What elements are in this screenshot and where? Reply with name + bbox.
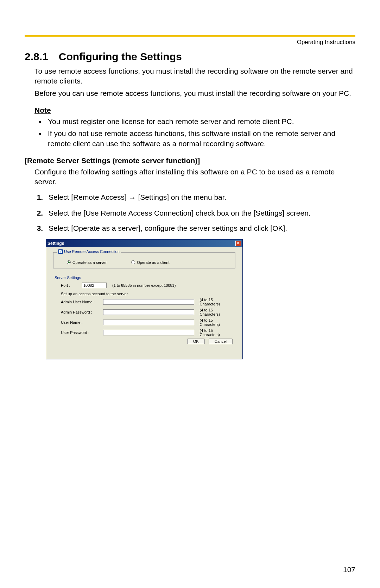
char-hint: (4 to 15 Characters)	[200, 298, 234, 306]
char-hint: (4 to 15 Characters)	[200, 308, 234, 316]
char-hint: (4 to 15 Characters)	[200, 318, 234, 327]
operate-as-client-radio[interactable]: Operate as a client	[131, 260, 169, 265]
remote-intro: Configure the following settings after i…	[34, 167, 355, 187]
admin-pass-label: Admin Password :	[61, 310, 100, 314]
server-settings-group: Server Settings Port : (1 to 65535 in nu…	[53, 274, 235, 349]
page-number: 107	[343, 565, 355, 574]
admin-user-input[interactable]	[103, 299, 194, 305]
note-item: If you do not use remote access function…	[46, 129, 355, 149]
port-input[interactable]	[82, 283, 107, 288]
operate-as-server-radio[interactable]: Operate as a server	[67, 260, 107, 265]
setup-account-text: Set up an access account to the server.	[61, 292, 234, 296]
arrow-icon: →	[129, 193, 136, 203]
port-hint: (1 to 65535 in number except 10081)	[112, 283, 176, 287]
dialog-title: Settings	[48, 241, 64, 246]
port-label: Port :	[61, 283, 78, 287]
note-item: You must register one license for each r…	[46, 117, 355, 126]
step-1-text-a: Select [Remote Access]	[49, 193, 129, 201]
checkbox-icon: ✓	[58, 249, 63, 254]
section-heading: 2.8.1Configuring the Settings	[25, 51, 355, 63]
admin-pass-input[interactable]	[103, 309, 194, 315]
step-1-text-b: [Settings] on the menu bar.	[136, 193, 227, 201]
user-pass-input[interactable]	[103, 330, 194, 335]
section-title-text: Configuring the Settings	[59, 51, 182, 62]
intro-paragraph-2: Before you can use remote access functio…	[34, 88, 355, 98]
note-heading: Note	[34, 106, 355, 114]
char-hint: (4 to 15 Characters)	[200, 328, 234, 337]
dialog-titlebar: Settings ×	[46, 240, 242, 247]
radio-icon	[67, 260, 71, 264]
use-remote-checkbox[interactable]: ✓ Use Remote Access Connection	[58, 249, 120, 254]
server-settings-label: Server Settings	[55, 276, 234, 280]
step-2: Select the [Use Remote Access Connection…	[45, 208, 355, 218]
user-pass-label: User Password :	[61, 330, 100, 335]
operate-client-label: Operate as a client	[137, 260, 169, 265]
close-icon[interactable]: ×	[235, 241, 241, 246]
user-name-input[interactable]	[103, 320, 194, 325]
remote-server-heading: [Remote Server Settings (remote server f…	[25, 156, 355, 165]
intro-paragraph-1: To use remote access functions, you must…	[34, 66, 355, 86]
operate-server-label: Operate as a server	[72, 260, 107, 265]
step-1: Select [Remote Access] → [Settings] on t…	[45, 192, 355, 203]
section-number: 2.8.1	[25, 51, 48, 63]
cancel-button[interactable]: Cancel	[209, 339, 233, 344]
use-remote-label: Use Remote Access Connection	[64, 249, 120, 254]
use-remote-group: ✓ Use Remote Access Connection Operate a…	[53, 252, 235, 268]
settings-dialog: Settings × ✓ Use Remote Access Connectio…	[46, 239, 243, 359]
user-name-label: User Name :	[61, 320, 100, 324]
doc-header-label: Operating Instructions	[25, 39, 355, 46]
admin-user-label: Admin User Name :	[61, 300, 100, 304]
step-3: Select [Operate as a server], configure …	[45, 223, 355, 233]
radio-icon	[131, 260, 135, 264]
ok-button[interactable]: OK	[187, 339, 205, 344]
